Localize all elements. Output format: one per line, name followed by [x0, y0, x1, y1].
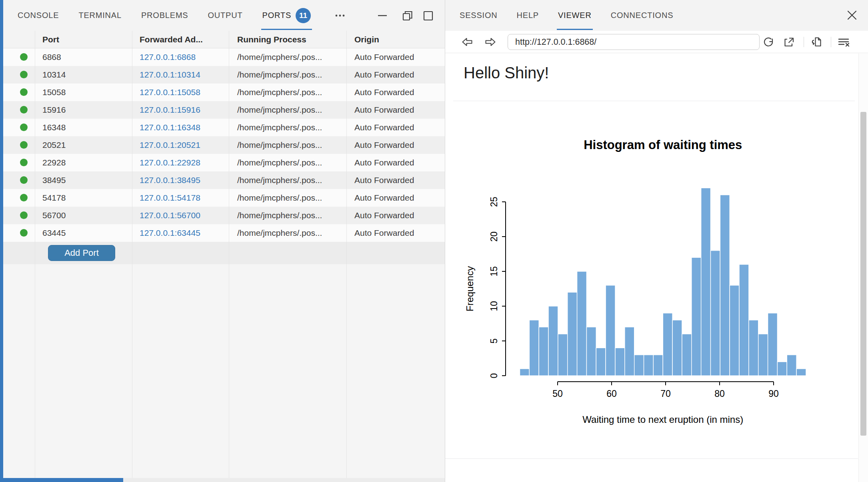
refresh-button[interactable] [762, 35, 775, 49]
port-cell: 22928 [35, 154, 132, 171]
tab-label: PORTS [262, 11, 292, 20]
open-in-new-window-button[interactable] [782, 35, 796, 49]
clear-viewer-button[interactable] [836, 35, 852, 49]
maximize-icon [422, 9, 435, 23]
tab-console[interactable]: CONSOLE [18, 0, 59, 31]
tab-label: CONNECTIONS [611, 11, 674, 20]
hist-bar [739, 265, 749, 376]
hist-bar [653, 355, 663, 376]
forwarded-address-link[interactable]: 127.0.0.1:54178 [140, 193, 200, 202]
hist-bar [548, 306, 558, 376]
tab-viewer[interactable]: VIEWER [558, 0, 592, 31]
heading-divider [453, 101, 855, 101]
port-cell: 56700 [35, 207, 132, 224]
origin-cell: Auto Forwarded [347, 84, 445, 101]
tab-help[interactable]: HELP [517, 0, 539, 31]
forwarded-address-cell: 127.0.0.1:22928 [132, 154, 229, 171]
forwarded-address-link[interactable]: 127.0.0.1:63445 [140, 228, 200, 237]
url-input[interactable] [508, 34, 760, 50]
port-cell: 63445 [35, 224, 132, 242]
tab-label: HELP [517, 11, 539, 20]
forwarded-address-link[interactable]: 127.0.0.1:15916 [140, 105, 200, 114]
forwarded-address-link[interactable]: 127.0.0.1:16348 [140, 123, 200, 132]
forwarded-address-link[interactable]: 127.0.0.1:6868 [140, 52, 196, 62]
hist-bar [787, 355, 796, 376]
port-status-cell [3, 119, 35, 136]
x-axis-label: Waiting time to next eruption (in mins) [582, 414, 743, 425]
tab-terminal[interactable]: TERMINAL [78, 0, 122, 31]
table-row: 63445127.0.0.1:63445/home/jmcphers/.pos.… [3, 224, 445, 242]
port-active-dot-icon [20, 106, 28, 114]
close-icon [846, 9, 858, 22]
port-status-cell [3, 66, 35, 84]
x-tick-label: 90 [768, 388, 779, 399]
origin-cell: Auto Forwarded [347, 224, 445, 242]
forwarded-address-link[interactable]: 127.0.0.1:20521 [140, 140, 200, 149]
tab-output[interactable]: OUTPUT [208, 0, 242, 31]
hist-bar [596, 348, 606, 376]
running-process-cell: /home/jmcphers/.pos... [229, 224, 347, 242]
forwarded-address-cell: 127.0.0.1:56700 [132, 207, 229, 224]
chart-title: Histogram of waiting times [584, 138, 742, 152]
running-process-cell: /home/jmcphers/.pos... [229, 189, 347, 207]
hist-bar [634, 355, 644, 376]
port-cell: 54178 [35, 189, 132, 207]
forward-button[interactable] [484, 35, 497, 49]
export-page-button[interactable] [810, 35, 823, 49]
running-process-cell: /home/jmcphers/.pos... [229, 136, 347, 154]
add-port-button[interactable]: Add Port [48, 245, 115, 261]
hist-bar [692, 257, 701, 376]
port-active-dot-icon [20, 229, 28, 237]
close-panel-button[interactable] [846, 9, 858, 22]
port-status-cell [3, 48, 35, 66]
viewer-vertical-scrollbar[interactable] [858, 54, 868, 482]
open-external-icon [782, 35, 796, 49]
hist-bar [663, 313, 672, 376]
running-process-cell: /home/jmcphers/.pos... [229, 101, 347, 119]
col-port: Port [35, 31, 132, 48]
forwarded-address-link[interactable]: 127.0.0.1:22928 [140, 158, 200, 167]
x-tick-label: 70 [660, 388, 671, 399]
forwarded-address-cell: 127.0.0.1:15058 [132, 84, 229, 101]
restore-panel-button[interactable] [401, 9, 414, 23]
port-active-dot-icon [20, 141, 28, 149]
running-process-cell: /home/jmcphers/.pos... [229, 207, 347, 224]
horizontal-scrollbar-thumb[interactable] [0, 478, 123, 482]
forwarded-address-link[interactable]: 127.0.0.1:56700 [140, 211, 200, 220]
hist-bar [749, 320, 758, 376]
running-process-cell: /home/jmcphers/.pos... [229, 119, 347, 136]
col-running-process: Running Process [229, 31, 347, 48]
forwarded-address-link[interactable]: 127.0.0.1:10314 [140, 70, 200, 79]
hist-bar [720, 195, 730, 376]
col-forwarded-address: Forwarded Ad... [132, 31, 229, 48]
running-process-cell: /home/jmcphers/.pos... [229, 48, 347, 66]
x-tick-label: 60 [606, 388, 617, 399]
ports-table-body: 6868127.0.0.1:6868/home/jmcphers/.pos...… [3, 48, 445, 242]
hist-bar [682, 334, 692, 376]
tab-problems[interactable]: PROBLEMS [141, 0, 188, 31]
forwarded-address-cell: 127.0.0.1:6868 [132, 48, 229, 66]
tab-ports[interactable]: PORTS11 [262, 0, 311, 31]
col-status [3, 31, 35, 48]
viewer-tabs: SESSIONHELPVIEWERCONNECTIONS [445, 0, 868, 31]
running-process-cell: /home/jmcphers/.pos... [229, 84, 347, 101]
more-actions-button[interactable] [333, 10, 347, 22]
port-active-dot-icon [20, 159, 28, 166]
minimize-panel-button[interactable] [376, 9, 389, 22]
hist-bar [625, 327, 634, 376]
ellipsis-icon [333, 10, 347, 22]
back-button[interactable] [460, 35, 474, 49]
ports-horizontal-scrollbar[interactable] [0, 478, 445, 482]
hist-bar [711, 251, 720, 376]
tab-connections[interactable]: CONNECTIONS [611, 0, 674, 31]
tab-session[interactable]: SESSION [460, 0, 498, 31]
forwarded-address-link[interactable]: 127.0.0.1:38495 [140, 175, 200, 185]
maximize-panel-button[interactable] [422, 9, 435, 23]
port-status-cell [3, 224, 35, 242]
forwarded-address-link[interactable]: 127.0.0.1:15058 [140, 88, 200, 97]
tab-label: SESSION [460, 11, 498, 20]
vertical-scrollbar-thumb[interactable] [860, 112, 866, 436]
port-active-dot-icon [20, 53, 28, 61]
port-status-cell [3, 84, 35, 101]
port-status-cell [3, 136, 35, 154]
